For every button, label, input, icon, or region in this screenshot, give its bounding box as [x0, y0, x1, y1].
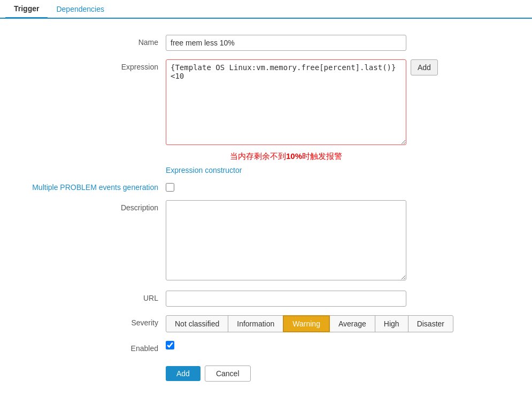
tab-bar: Trigger Dependencies — [0, 0, 532, 19]
add-button[interactable]: Add — [166, 366, 201, 381]
severity-warning[interactable]: Warning — [283, 315, 330, 332]
severity-disaster[interactable]: Disaster — [408, 315, 453, 332]
cancel-button[interactable]: Cancel — [205, 366, 251, 382]
severity-high[interactable]: High — [375, 315, 408, 332]
expression-row: Expression {Template OS Linux:vm.memory.… — [16, 59, 516, 174]
description-label: Description — [16, 200, 166, 212]
multiple-problem-checkbox[interactable] — [166, 183, 174, 192]
expression-constructor-link[interactable]: Expression constructor — [166, 166, 242, 174]
name-row: Name — [16, 35, 516, 51]
url-control — [166, 291, 516, 307]
url-label: URL — [16, 291, 166, 302]
form-container: Name Expression {Template OS Linux:vm.me… — [0, 29, 532, 398]
tab-dependencies[interactable]: Dependencies — [48, 0, 113, 18]
severity-information[interactable]: Information — [228, 315, 283, 332]
severity-row: Severity Not classified Information Warn… — [16, 315, 516, 332]
description-textarea[interactable] — [166, 200, 406, 280]
action-row: Add Cancel — [16, 366, 516, 382]
tab-trigger[interactable]: Trigger — [5, 0, 48, 19]
severity-control: Not classified Information Warning Avera… — [166, 315, 516, 332]
description-control — [166, 200, 516, 282]
enabled-label: Enabled — [16, 341, 166, 353]
expression-control: {Template OS Linux:vm.memory.free[percen… — [166, 59, 516, 174]
url-row: URL — [16, 291, 516, 307]
severity-label: Severity — [16, 315, 166, 327]
expression-note: 当内存剩余不到10%时触发报警 — [166, 151, 406, 162]
severity-average[interactable]: Average — [329, 315, 375, 332]
name-label: Name — [16, 35, 166, 47]
name-control — [166, 35, 516, 51]
expression-label: Expression — [16, 59, 166, 71]
severity-not-classified[interactable]: Not classified — [166, 315, 228, 332]
description-row: Description — [16, 200, 516, 282]
enabled-control — [166, 341, 516, 351]
expression-wrapper: {Template OS Linux:vm.memory.free[percen… — [166, 59, 516, 145]
multiple-problem-label: Multiple PROBLEM events generation — [16, 183, 166, 192]
expression-textarea[interactable]: {Template OS Linux:vm.memory.free[percen… — [166, 59, 406, 145]
expression-add-button[interactable]: Add — [411, 59, 438, 75]
enabled-row: Enabled — [16, 341, 516, 353]
name-input[interactable] — [166, 35, 406, 51]
multiple-problem-row: Multiple PROBLEM events generation — [16, 183, 516, 192]
url-input[interactable] — [166, 291, 406, 307]
enabled-checkbox[interactable] — [166, 341, 174, 349]
severity-buttons: Not classified Information Warning Avera… — [166, 315, 516, 332]
